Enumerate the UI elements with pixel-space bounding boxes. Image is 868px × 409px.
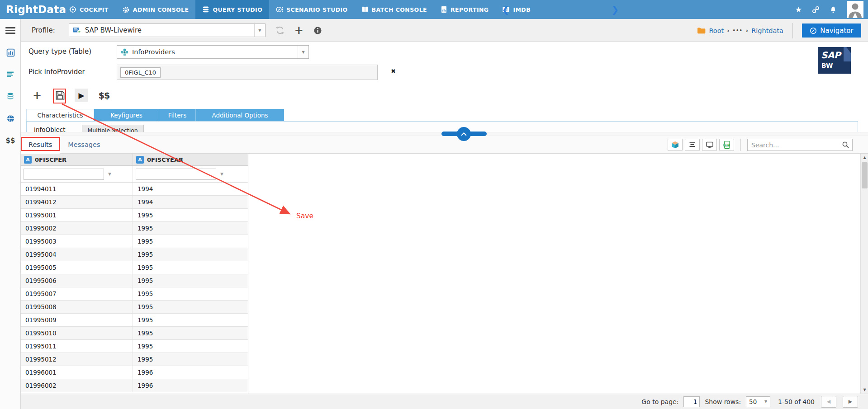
breadcrumb-root[interactable]: Root (709, 27, 724, 34)
breadcrumb-current[interactable]: Rightdata (751, 27, 783, 34)
results-table: A 0FISCPER A 0FISCYEAR ▼ ▼ 01994011 (21, 154, 248, 394)
align-columns-button[interactable] (685, 139, 700, 151)
save-query-button[interactable] (54, 89, 66, 102)
query-type-label: Query type (Table) (28, 47, 91, 56)
row-range-label: 1-50 of 400 (778, 398, 815, 405)
csv-file-icon: CSV (723, 141, 731, 149)
navigator-button[interactable]: Navigator (802, 24, 861, 38)
dollar-queries-icon[interactable]: $$ (0, 134, 21, 147)
multiple-selection-button[interactable]: Multiple Selection (82, 125, 144, 132)
play-icon: ▶ (78, 91, 84, 100)
notifications-bell-icon[interactable] (830, 6, 837, 14)
app-logo[interactable]: RightData (0, 0, 63, 19)
table-row[interactable]: 01994012 1994 (21, 196, 248, 209)
nav-cockpit[interactable]: COCKPIT (62, 0, 115, 19)
filter-row: ▼ ▼ (21, 166, 248, 183)
filter-input-0fiscper[interactable] (24, 169, 104, 180)
cube-view-button[interactable] (668, 139, 683, 151)
filter-dropdown-arrow-icon[interactable]: ▼ (108, 172, 111, 176)
dashboard-chart-icon[interactable] (0, 46, 21, 59)
nav-scroll-left-chevron[interactable]: ❮ (499, 0, 512, 19)
folder-icon (697, 27, 706, 34)
vertical-scrollbar[interactable]: ▲ ▼ (860, 154, 868, 394)
rows-per-page-select[interactable]: 50 ▼ (746, 396, 770, 407)
table-row[interactable]: 01995002 1995 (21, 222, 248, 235)
nav-reporting[interactable]: REPORTING (434, 0, 496, 19)
query-type-select[interactable]: InfoProviders ▼ (117, 45, 309, 59)
table-row[interactable]: 01995003 1995 (21, 235, 248, 248)
bw-globe-icon[interactable] (0, 112, 21, 125)
query-type-dropdown-arrow-icon[interactable]: ▼ (298, 46, 308, 58)
tab-filters[interactable]: Filters (159, 109, 196, 121)
page-number-input[interactable] (683, 396, 700, 407)
align-center-icon (688, 141, 696, 149)
table-row[interactable]: 01995009 1995 (21, 314, 248, 327)
infoprovider-field[interactable]: 0FIGL_C10 (117, 65, 378, 80)
add-profile-icon[interactable]: + (294, 25, 304, 36)
table-row[interactable]: 01995011 1995 (21, 340, 248, 353)
nav-scroll-right-chevron[interactable]: ❯ (608, 0, 622, 19)
scroll-up-icon[interactable]: ▲ (861, 154, 868, 161)
scenario-check-icon (276, 6, 283, 13)
scroll-down-icon[interactable]: ▼ (861, 386, 868, 394)
table-row[interactable]: 01995012 1995 (21, 353, 248, 366)
tab-keyfigures[interactable]: Keyfigures (94, 109, 159, 121)
panel-splitter[interactable] (21, 132, 868, 136)
link-icon[interactable] (812, 6, 820, 14)
tab-additional-options[interactable]: Additional Options (196, 109, 284, 121)
data-table-icon[interactable] (0, 68, 21, 81)
tab-results[interactable]: Results (21, 136, 60, 154)
nav-scenario-studio[interactable]: SCENARIO STUDIO (269, 0, 354, 19)
user-avatar[interactable] (847, 1, 863, 18)
database-icon[interactable] (0, 89, 21, 103)
table-rows: 01994011 1994 01994012 1994 01995001 199… (21, 183, 248, 392)
display-view-button[interactable] (702, 139, 717, 151)
export-csv-button[interactable]: CSV (719, 139, 734, 151)
scrollbar-thumb[interactable] (862, 162, 868, 188)
breadcrumb-ellipsis[interactable]: ••• (733, 28, 743, 33)
nav-admin-console[interactable]: ADMIN CONSOLE (115, 0, 196, 19)
next-page-button[interactable]: ▶ (843, 396, 858, 408)
collapse-panel-button[interactable] (457, 127, 471, 141)
table-row[interactable]: 01996001 1996 (21, 366, 248, 379)
clear-infoprovider-icon[interactable]: ✖ (391, 68, 396, 75)
main-nav: COCKPIT ADMIN CONSOLE QUERY STUDIO SCENA… (62, 0, 537, 19)
nav-batch-console[interactable]: BATCH CONSOLE (355, 0, 434, 19)
table-row[interactable]: 01995006 1995 (21, 274, 248, 287)
dollar-variables-button[interactable]: $$ (95, 89, 113, 102)
results-header: Results Messages CSV (21, 136, 868, 154)
table-row[interactable]: 01995004 1995 (21, 248, 248, 261)
search-input[interactable] (748, 141, 839, 149)
rows-dropdown-arrow-icon: ▼ (764, 400, 767, 404)
left-sidebar: $$ (0, 19, 21, 409)
search-button[interactable] (839, 139, 852, 150)
infoprovider-chip[interactable]: 0FIGL_C10 (120, 67, 161, 78)
filter-dropdown-arrow-icon[interactable]: ▼ (220, 172, 223, 176)
favorites-star-icon[interactable]: ★ (795, 6, 802, 14)
table-row[interactable]: 01995008 1995 (21, 301, 248, 314)
run-query-button[interactable]: ▶ (75, 89, 88, 102)
table-row[interactable]: 01994011 1994 (21, 183, 248, 196)
table-row[interactable]: 01995001 1995 (21, 209, 248, 222)
column-header-0fiscyear[interactable]: A 0FISCYEAR (133, 154, 248, 165)
hamburger-menu-icon[interactable] (0, 24, 21, 37)
floppy-save-icon (55, 90, 65, 100)
svg-text:CSV: CSV (724, 144, 729, 146)
tab-messages[interactable]: Messages (60, 136, 108, 154)
profile-dropdown-arrow-icon[interactable]: ▼ (254, 24, 265, 37)
info-icon[interactable] (313, 26, 322, 35)
table-row[interactable]: 01995007 1995 (21, 287, 248, 301)
table-row[interactable]: 01995010 1995 (21, 327, 248, 340)
column-header-0fiscper[interactable]: A 0FISCPER (21, 154, 133, 165)
nav-query-studio[interactable]: QUERY STUDIO (195, 0, 269, 19)
filter-input-0fiscyear[interactable] (136, 169, 216, 180)
refresh-icon[interactable] (275, 26, 285, 35)
table-row[interactable]: 01996002 1996 (21, 379, 248, 392)
infoobject-label: InfoObject (34, 125, 66, 132)
prev-page-button[interactable]: ◀ (821, 396, 836, 408)
add-query-button[interactable]: + (31, 89, 43, 102)
profile-select[interactable]: SAP BW-Livewire ▼ (69, 24, 266, 37)
tab-characteristics[interactable]: Characteristics (26, 109, 94, 121)
table-row[interactable]: 01995005 1995 (21, 261, 248, 274)
magnifier-icon (842, 141, 849, 149)
